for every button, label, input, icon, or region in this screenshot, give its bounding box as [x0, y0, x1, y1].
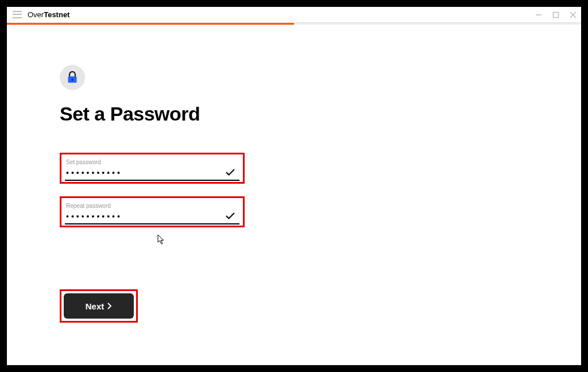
password-input[interactable]: [66, 168, 215, 177]
cursor-icon: [157, 234, 165, 245]
window-controls: [535, 7, 577, 22]
main-content: Set a Password Set password Repeat passw…: [7, 25, 581, 323]
svg-rect-1: [554, 12, 559, 17]
lock-icon: [60, 65, 85, 90]
password-field-wrap: Set password: [60, 153, 245, 184]
password-row: [65, 168, 239, 181]
close-icon[interactable]: [570, 11, 577, 18]
repeat-password-input[interactable]: [66, 212, 215, 221]
next-button[interactable]: Next: [64, 293, 134, 319]
check-icon: [226, 168, 238, 178]
chevron-right-icon: [107, 303, 112, 309]
minimize-icon[interactable]: [535, 11, 542, 18]
title-bold: Testnet: [44, 10, 69, 19]
repeat-password-field-wrap: Repeat password: [60, 196, 245, 227]
menu-icon[interactable]: [13, 10, 22, 20]
title-prefix: Over: [28, 10, 44, 19]
page-title: Set a Password: [60, 103, 581, 125]
svg-rect-5: [72, 79, 74, 82]
repeat-password-row: [65, 211, 239, 224]
password-label: Set password: [66, 159, 239, 165]
repeat-password-label: Repeat password: [66, 203, 239, 209]
next-button-wrap: Next: [60, 289, 138, 323]
window-title: OverTestnet: [28, 10, 69, 19]
titlebar: OverTestnet: [7, 7, 581, 23]
maximize-icon[interactable]: [552, 11, 559, 18]
check-icon: [226, 211, 238, 222]
next-button-label: Next: [86, 301, 105, 311]
app-window: OverTestnet Set a Password Set password: [0, 0, 588, 372]
